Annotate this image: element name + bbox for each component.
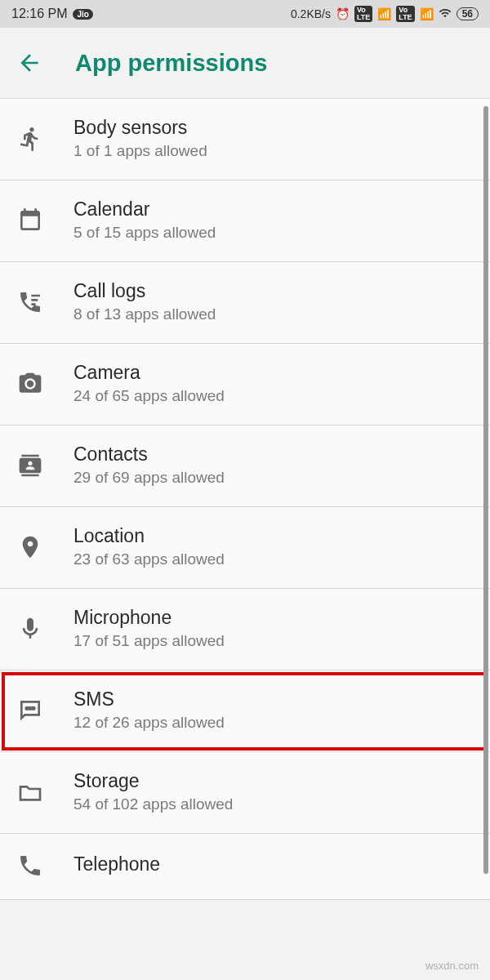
permission-title: Location — [74, 525, 225, 547]
permission-row-storage[interactable]: Storage 54 of 102 apps allowed — [0, 752, 490, 834]
row-text: SMS 12 of 26 apps allowed — [74, 688, 225, 732]
status-bar: 12:16 PM Jio 0.2KB/s ⏰ VoLTE 📶 VoLTE 📶 5… — [0, 0, 490, 28]
row-text: Storage 54 of 102 apps allowed — [74, 770, 233, 813]
volte-badge-1: VoLTE — [354, 6, 372, 22]
row-text: Call logs 8 of 13 apps allowed — [74, 280, 216, 323]
permission-row-contacts[interactable]: Contacts 29 of 69 apps allowed — [0, 425, 490, 507]
permission-title: Camera — [74, 362, 225, 384]
svg-point-3 — [33, 707, 35, 710]
permission-row-telephone[interactable]: Telephone — [0, 834, 490, 900]
contacts-icon — [16, 452, 44, 479]
app-header: App permissions — [0, 28, 490, 98]
permissions-list: Body sensors 1 of 1 apps allowed Calenda… — [0, 98, 490, 900]
permission-title: Call logs — [74, 280, 216, 302]
permission-row-body-sensors[interactable]: Body sensors 1 of 1 apps allowed — [0, 99, 490, 180]
calllog-icon — [16, 288, 44, 316]
scrollbar[interactable] — [483, 106, 488, 874]
location-icon — [16, 533, 44, 561]
permission-title: Contacts — [74, 443, 225, 466]
row-text: Calendar 5 of 15 apps allowed — [74, 198, 216, 242]
back-button[interactable] — [16, 50, 42, 76]
permission-subtitle: 29 of 69 apps allowed — [74, 469, 225, 487]
carrier-badge: Jio — [73, 9, 92, 20]
permission-subtitle: 54 of 102 apps allowed — [74, 795, 233, 813]
permission-subtitle: 24 of 65 apps allowed — [74, 387, 225, 405]
running-icon — [16, 125, 44, 153]
battery-indicator: 56 — [457, 7, 479, 20]
permission-title: Storage — [74, 770, 233, 792]
permission-title: Calendar — [74, 198, 216, 220]
permission-title: Telephone — [74, 853, 160, 875]
wifi-icon — [439, 7, 452, 22]
permission-title: SMS — [74, 688, 225, 710]
permission-subtitle: 5 of 15 apps allowed — [74, 224, 216, 242]
camera-icon — [16, 370, 44, 398]
svg-point-2 — [29, 707, 32, 710]
permission-row-camera[interactable]: Camera 24 of 65 apps allowed — [0, 344, 490, 425]
permission-subtitle: 23 of 63 apps allowed — [74, 550, 225, 568]
permission-row-calendar[interactable]: Calendar 5 of 15 apps allowed — [0, 180, 490, 262]
permission-title: Microphone — [74, 607, 225, 629]
row-text: Camera 24 of 65 apps allowed — [74, 362, 225, 405]
permission-subtitle: 17 of 51 apps allowed — [74, 632, 225, 650]
calendar-icon — [16, 207, 44, 234]
permission-subtitle: 12 of 26 apps allowed — [74, 714, 225, 732]
signal-bars-1: 📶 — [377, 7, 391, 20]
permission-subtitle: 1 of 1 apps allowed — [74, 142, 207, 160]
row-text: Microphone 17 of 51 apps allowed — [74, 607, 225, 650]
permission-row-microphone[interactable]: Microphone 17 of 51 apps allowed — [0, 589, 490, 670]
row-text: Body sensors 1 of 1 apps allowed — [74, 117, 207, 160]
volte-badge-2: VoLTE — [396, 6, 414, 22]
storage-icon — [16, 778, 44, 806]
status-time: 12:16 PM — [11, 7, 67, 21]
permission-row-location[interactable]: Location 23 of 63 apps allowed — [0, 507, 490, 589]
svg-point-1 — [26, 707, 29, 710]
page-title: App permissions — [75, 50, 267, 77]
row-text: Contacts 29 of 69 apps allowed — [74, 443, 225, 487]
row-text: Location 23 of 63 apps allowed — [74, 525, 225, 568]
alarm-icon: ⏰ — [336, 7, 350, 20]
row-text: Telephone — [74, 853, 160, 879]
permission-row-sms[interactable]: SMS 12 of 26 apps allowed — [0, 670, 490, 752]
mic-icon — [16, 615, 44, 643]
svg-point-0 — [27, 380, 34, 387]
sms-icon — [16, 697, 44, 724]
permission-row-call-logs[interactable]: Call logs 8 of 13 apps allowed — [0, 262, 490, 344]
phone-icon — [16, 852, 44, 880]
permission-title: Body sensors — [74, 117, 207, 139]
data-rate: 0.2KB/s — [291, 7, 331, 20]
permission-subtitle: 8 of 13 apps allowed — [74, 305, 216, 323]
signal-bars-2: 📶 — [420, 7, 434, 20]
watermark: wsxdn.com — [425, 960, 479, 972]
